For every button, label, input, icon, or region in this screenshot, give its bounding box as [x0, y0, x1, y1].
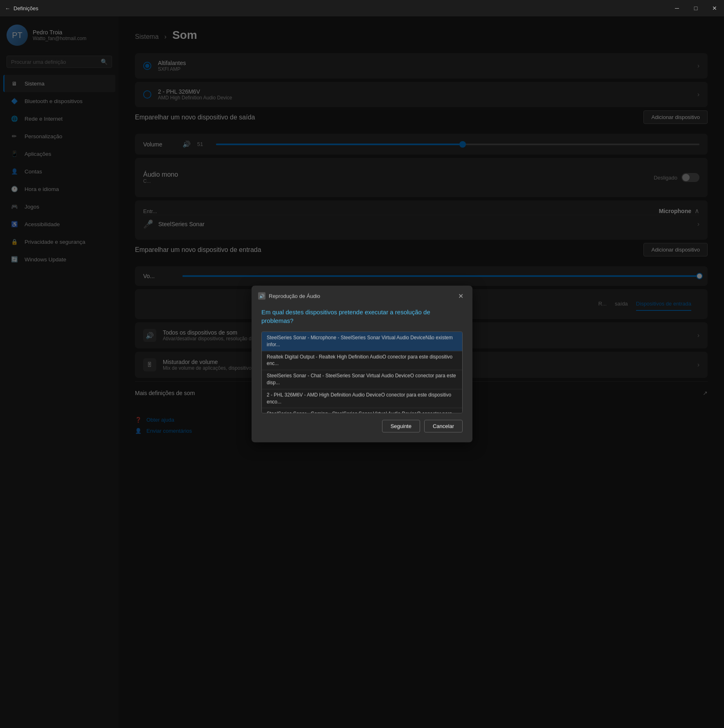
dialog-title-text: Reprodução de Áudio: [269, 293, 320, 299]
dialog-close-button[interactable]: ✕: [455, 291, 466, 301]
dialog-title-icon: 🔊: [258, 292, 265, 300]
dialog-actions: Seguinte Cancelar: [261, 420, 463, 436]
dialog-device-list[interactable]: SteelSeries Sonar - Microphone - SteelSe…: [261, 332, 463, 413]
dialog-device-2[interactable]: SteelSeries Sonar - Chat - SteelSeries S…: [262, 370, 462, 389]
dialog-titlebar: 🔊 Reprodução de Áudio ✕: [252, 286, 472, 305]
troubleshoot-dialog: 🔊 Reprodução de Áudio ✕ Em qual destes d…: [252, 286, 472, 443]
dialog-device-0[interactable]: SteelSeries Sonar - Microphone - SteelSe…: [262, 332, 462, 351]
titlebar-title: Definições: [13, 5, 38, 11]
dialog-question: Em qual destes dispositivos pretende exe…: [261, 308, 463, 325]
back-button[interactable]: ← Definições: [5, 5, 38, 11]
titlebar: ← Definições ─ □ ✕: [0, 0, 724, 16]
window-controls: ─ □ ✕: [668, 0, 724, 16]
dialog-title-left: 🔊 Reprodução de Áudio: [258, 292, 320, 300]
dialog-next-button[interactable]: Seguinte: [382, 420, 420, 433]
dialog-cancel-button[interactable]: Cancelar: [424, 420, 463, 433]
maximize-button[interactable]: □: [686, 0, 705, 16]
dialog-device-3[interactable]: 2 - PHL 326M6V - AMD High Definition Aud…: [262, 389, 462, 408]
dialog-device-4[interactable]: SteelSeries Sonar - Gaming - SteelSeries…: [262, 408, 462, 413]
dialog-body: Em qual destes dispositivos pretende exe…: [252, 305, 472, 443]
close-button[interactable]: ✕: [705, 0, 724, 16]
minimize-button[interactable]: ─: [668, 0, 686, 16]
back-icon: ←: [5, 5, 10, 11]
dialog-device-1[interactable]: Realtek Digital Output - Realtek High De…: [262, 351, 462, 370]
